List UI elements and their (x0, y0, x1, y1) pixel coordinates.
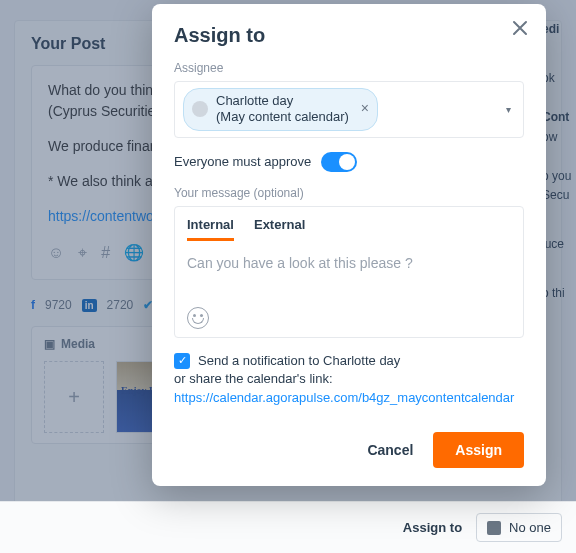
assignee-chip: Charlotte day (May content calendar) × (183, 88, 378, 131)
assign-to-modal: Assign to Assignee Charlotte day (May co… (152, 4, 546, 486)
modal-title: Assign to (174, 24, 524, 47)
message-field-label: Your message (optional) (174, 186, 524, 200)
cancel-button[interactable]: Cancel (361, 434, 419, 466)
avatar (192, 101, 208, 117)
calendar-share-link[interactable]: https://calendar.agorapulse.com/b4gz_may… (174, 390, 514, 405)
user-square-icon (487, 521, 501, 535)
tab-external[interactable]: External (254, 217, 305, 241)
message-textarea[interactable]: Can you have a look at this please ? (187, 255, 511, 293)
close-icon[interactable] (510, 18, 530, 38)
assignee-picker-button[interactable]: No one (476, 513, 562, 542)
assignee-subtext: (May content calendar) (216, 109, 349, 125)
footer-assign-bar: Assign to No one (0, 501, 576, 553)
assign-button[interactable]: Assign (433, 432, 524, 468)
everyone-approve-toggle[interactable] (321, 152, 357, 172)
assignee-name: Charlotte day (216, 93, 349, 109)
approve-label: Everyone must approve (174, 154, 311, 169)
notify-checkbox[interactable]: ✓ (174, 353, 190, 369)
emoji-picker-icon[interactable] (187, 307, 209, 329)
assignee-field-label: Assignee (174, 61, 524, 75)
assignee-select[interactable]: Charlotte day (May content calendar) × ▾ (174, 81, 524, 138)
tab-internal[interactable]: Internal (187, 217, 234, 241)
notification-row: ✓Send a notification to Charlotte day or… (174, 352, 524, 409)
chevron-down-icon[interactable]: ▾ (502, 104, 515, 115)
message-box: Internal External Can you have a look at… (174, 206, 524, 338)
assign-to-label: Assign to (403, 520, 462, 535)
remove-chip-icon[interactable]: × (361, 101, 369, 119)
